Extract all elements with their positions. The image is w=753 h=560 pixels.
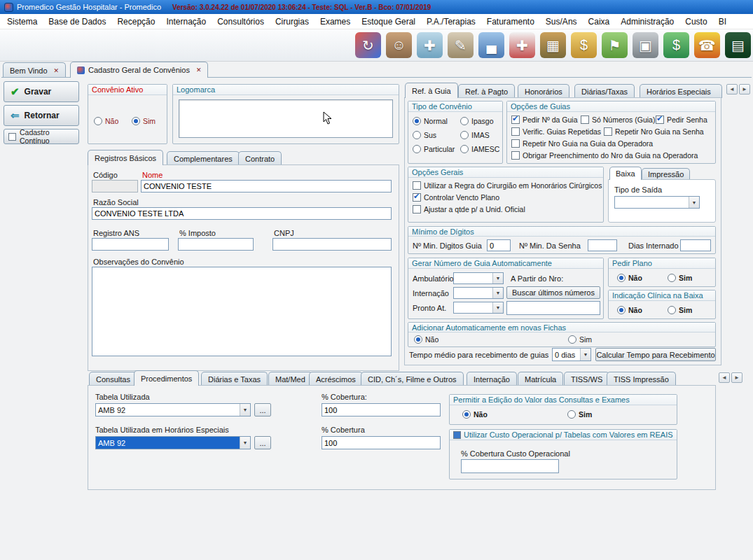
checkbox-repetir-nro-guia-operadora[interactable]: Repetir Nro Guia na Guia da Operadora [511,139,653,148]
calcular-tempo-button[interactable]: Calcular Tempo para Recebimento [595,348,716,361]
tab-complementares[interactable]: Complementares [167,151,240,165]
tab-procedimentos[interactable]: Procedimentos [134,370,199,386]
close-icon[interactable]: ✕ [54,67,60,74]
menu-caixa[interactable]: Caixa [583,15,616,29]
tab-baixa[interactable]: Baixa [609,167,642,180]
radio-tipo-sus[interactable]: Sus [413,131,436,139]
codigo-field[interactable] [92,180,138,192]
checkbox-pedir-senha[interactable]: Pedir Senha [656,115,707,124]
doctor-icon[interactable]: ✚ [417,32,443,58]
sync-icon[interactable]: ↻ [355,32,381,58]
chevron-down-icon[interactable] [492,302,503,313]
phone-icon[interactable]: ☎ [694,32,720,58]
a-partir-do-nro-field[interactable] [506,301,600,315]
checkbox-controlar-vencto-plano[interactable]: Controlar Vencto Plano [413,193,499,202]
tab-horarios-especiais[interactable]: Horários Especiais [640,84,722,98]
save-button[interactable]: ✔ Gravar [4,81,79,102]
cobertura-field[interactable] [322,403,441,416]
razao-social-field[interactable] [92,207,392,220]
menu-internacao[interactable]: Internação [160,15,212,29]
menu-bi[interactable]: BI [713,15,732,29]
radio-convenio-ativo-nao[interactable]: Não [94,117,118,125]
map-icon[interactable]: ⚑ [602,32,628,58]
chevron-down-icon[interactable] [580,349,590,360]
tab-consultas[interactable]: Consultas [89,372,137,386]
chevron-down-icon[interactable] [240,437,250,449]
tipo-saida-select[interactable] [614,196,700,209]
menu-base-de-dados[interactable]: Base de Dados [43,15,111,29]
pronto-at-select[interactable] [453,302,504,314]
internacao-select[interactable] [453,287,504,299]
tab-mat-med[interactable]: Mat/Med [268,372,312,386]
observacoes-field[interactable] [92,267,392,356]
chevron-down-icon[interactable] [240,404,250,416]
radio-convenio-ativo-sim[interactable]: Sim [132,117,156,125]
checkbox-repetir-nro-guia-senha[interactable]: Repetir Nro Guia na Senha [604,127,704,136]
radio-adicionar-fichas-sim[interactable]: Sim [568,335,592,344]
menu-faturamento[interactable]: Faturamento [481,15,540,29]
return-button[interactable]: ⇐ Retornar [4,105,79,126]
nome-field[interactable] [141,180,392,192]
min-senha-field[interactable] [588,239,617,251]
menu-administracao[interactable]: Administração [615,15,679,29]
tab-cadastro-convenios[interactable]: Cadastro Geral de Convênios ✕ [70,62,208,78]
checkbox-ajustar-qtde-unid-oficial[interactable]: Ajustar a qtde p/ a Unid. Oficial [413,205,525,214]
tab-tiss-impressao[interactable]: TISS Impressão [607,372,676,386]
tab-honorarios[interactable]: Honorários [518,84,569,98]
tab-impressao[interactable]: Impressão [642,168,690,180]
menu-custo[interactable]: Custo [679,15,712,29]
records-icon[interactable]: ✎ [448,32,474,58]
right-tabs-next-button[interactable]: ► [739,84,750,94]
imposto-field[interactable] [178,238,254,251]
billing-icon[interactable]: $ [571,32,597,58]
tabela-utilizada-browse-button[interactable]: ... [254,403,271,416]
tabela-horarios-especiais-browse-button[interactable]: ... [254,436,271,449]
menu-sus-ans[interactable]: Sus/Ans [540,15,583,29]
chevron-down-icon[interactable] [492,288,503,298]
custo-operacional-checkbox-icon[interactable] [453,431,461,439]
tab-contrato[interactable]: Contrato [238,151,282,165]
buscar-ultimos-numeros-button[interactable]: Buscar últimos números [506,286,600,299]
chevron-down-icon[interactable] [689,197,699,208]
tab-bem-vindo[interactable]: Bem Vindo ✕ [3,62,66,78]
radio-permitir-edicao-sim[interactable]: Sim [567,410,592,419]
chevron-down-icon[interactable] [492,273,503,284]
registro-ans-field[interactable] [92,238,169,251]
ambulatorio-select[interactable] [453,272,504,284]
manual-icon[interactable]: ▤ [725,32,751,58]
menu-sistema[interactable]: Sistema [1,15,43,29]
checkbox-pedir-numero-guia[interactable]: Pedir Nº da Guia [511,115,578,124]
radio-tipo-iamesc[interactable]: IAMESC [460,145,499,153]
tab-diarias-e-taxas[interactable]: Diárias e Taxas [201,372,268,386]
cnpj-field[interactable] [272,238,392,251]
radio-indicacao-sim[interactable]: Sim [668,306,692,314]
tab-tiss-ws[interactable]: TISS/WS [564,372,609,386]
tab-diarias-taxas[interactable]: Diárias/Taxas [574,84,635,98]
radio-pedir-plano-sim[interactable]: Sim [668,274,692,282]
safe-icon[interactable]: ▣ [633,32,658,58]
custo-cobertura-field[interactable] [461,459,559,473]
radio-permitir-edicao-nao[interactable]: Não [462,410,488,419]
menu-recepcao[interactable]: Recepção [111,15,160,29]
ambulance-icon[interactable]: ✚ [509,32,535,58]
checkbox-regra-cirurgiao[interactable]: Utilizar a Regra do Cirurgião em Honorár… [413,181,602,190]
radio-pedir-plano-nao[interactable]: Não [617,274,642,282]
checkbox-obrigar-preenchimento-nro-guia[interactable]: Obrigar Preenchimento do Nro da Guia na … [511,151,698,160]
logomarca-image-area[interactable] [179,99,393,138]
finance-icon[interactable]: $ [663,32,689,58]
dias-internado-field[interactable] [680,239,711,251]
tab-ref-a-pagto[interactable]: Ref. à Pagto [458,84,515,98]
tab-internacao-bottom[interactable]: Internação [467,372,517,386]
radio-tipo-imas[interactable]: IMAS [460,131,490,139]
checkbox-verific-guias-repetidas[interactable]: Verific. Guias Repetidas [511,127,601,136]
tab-ref-a-guia[interactable]: Ref. à Guia [405,83,458,98]
inventory-icon[interactable]: ▦ [540,32,566,58]
menu-cirurgias[interactable]: Cirurgias [270,15,315,29]
radio-tipo-ipasgo[interactable]: Ipasgo [460,117,494,125]
tabela-horarios-especiais-select[interactable]: AMB 92 [95,436,251,449]
menu-estoque-geral[interactable]: Estoque Geral [356,15,421,29]
tab-matricula[interactable]: Matrícula [518,372,563,386]
menu-exames[interactable]: Exames [315,15,356,29]
bottom-tabs-prev-button[interactable]: ◄ [719,372,730,383]
right-tabs-prev-button[interactable]: ◄ [726,84,738,94]
